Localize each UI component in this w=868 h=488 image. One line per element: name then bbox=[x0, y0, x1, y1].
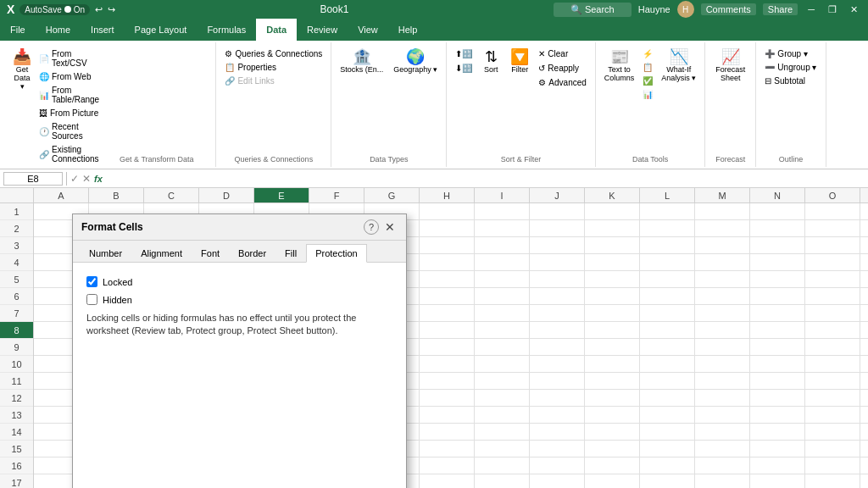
tab-insert[interactable]: Insert bbox=[81, 19, 125, 41]
cell-15-11[interactable] bbox=[585, 441, 640, 458]
cell-16-9[interactable] bbox=[475, 458, 530, 474]
cell-8-15[interactable] bbox=[805, 322, 860, 339]
cell-1-14[interactable] bbox=[750, 203, 805, 220]
tab-view[interactable]: View bbox=[348, 19, 388, 41]
cell-9-12[interactable] bbox=[640, 339, 695, 356]
row-num-7[interactable]: 7 bbox=[0, 305, 33, 322]
fx-label[interactable]: fx bbox=[94, 174, 103, 184]
cell-1-12[interactable] bbox=[640, 203, 695, 220]
cell-1-11[interactable] bbox=[585, 203, 640, 220]
cell-10-11[interactable] bbox=[585, 356, 640, 373]
row-num-17[interactable]: 17 bbox=[0, 474, 33, 488]
forecast-sheet-button[interactable]: 📈 ForecastSheet bbox=[712, 47, 748, 84]
cell-15-13[interactable] bbox=[695, 441, 750, 458]
cell-2-16[interactable] bbox=[860, 220, 868, 237]
cell-8-12[interactable] bbox=[640, 322, 695, 339]
cell-17-16[interactable] bbox=[860, 474, 868, 488]
row-num-16[interactable]: 16 bbox=[0, 458, 33, 474]
cell-2-13[interactable] bbox=[695, 220, 750, 237]
cell-6-14[interactable] bbox=[750, 288, 805, 305]
cell-1-16[interactable] bbox=[860, 203, 868, 220]
cell-8-16[interactable] bbox=[860, 322, 868, 339]
cell-12-13[interactable] bbox=[695, 390, 750, 407]
cell-10-13[interactable] bbox=[695, 356, 750, 373]
cell-9-14[interactable] bbox=[750, 339, 805, 356]
row-num-11[interactable]: 11 bbox=[0, 373, 33, 390]
cell-16-10[interactable] bbox=[530, 458, 585, 474]
from-web-button[interactable]: 🌐 From Web bbox=[36, 70, 103, 83]
cell-17-13[interactable] bbox=[695, 474, 750, 488]
cell-14-14[interactable] bbox=[750, 424, 805, 441]
cell-12-10[interactable] bbox=[530, 390, 585, 407]
dialog-tab-protection[interactable]: Protection bbox=[306, 244, 367, 263]
cell-4-14[interactable] bbox=[750, 254, 805, 271]
cell-9-11[interactable] bbox=[585, 339, 640, 356]
col-header-j[interactable]: J bbox=[530, 188, 585, 202]
cell-16-14[interactable] bbox=[750, 458, 805, 474]
cell-7-10[interactable] bbox=[530, 305, 585, 322]
tab-help[interactable]: Help bbox=[388, 19, 428, 41]
cell-2-10[interactable] bbox=[530, 220, 585, 237]
cell-14-8[interactable] bbox=[420, 424, 475, 441]
cell-5-8[interactable] bbox=[420, 271, 475, 288]
cell-16-15[interactable] bbox=[805, 458, 860, 474]
cell-3-13[interactable] bbox=[695, 237, 750, 254]
cell-15-9[interactable] bbox=[475, 441, 530, 458]
cell-17-8[interactable] bbox=[420, 474, 475, 488]
row-num-6[interactable]: 6 bbox=[0, 288, 33, 305]
get-data-button[interactable]: 📥 GetData ▾ bbox=[8, 47, 36, 92]
dialog-tab-font[interactable]: Font bbox=[192, 244, 229, 263]
cell-15-15[interactable] bbox=[805, 441, 860, 458]
col-header-p[interactable]: P bbox=[860, 188, 868, 202]
dialog-tab-fill[interactable]: Fill bbox=[275, 244, 306, 263]
tab-data[interactable]: Data bbox=[256, 19, 297, 41]
cell-5-9[interactable] bbox=[475, 271, 530, 288]
cell-4-11[interactable] bbox=[585, 254, 640, 271]
dialog-close-button[interactable]: ✕ bbox=[382, 219, 398, 235]
cell-14-11[interactable] bbox=[585, 424, 640, 441]
recent-sources-button[interactable]: 🕐 Recent Sources bbox=[36, 120, 103, 142]
dialog-help-button[interactable]: ? bbox=[364, 219, 379, 235]
row-num-10[interactable]: 10 bbox=[0, 356, 33, 373]
cell-12-16[interactable] bbox=[860, 390, 868, 407]
text-to-columns-button[interactable]: 📰 Text toColumns bbox=[601, 47, 638, 84]
cell-2-9[interactable] bbox=[475, 220, 530, 237]
row-num-12[interactable]: 12 bbox=[0, 390, 33, 407]
cell-15-8[interactable] bbox=[420, 441, 475, 458]
cell-9-8[interactable] bbox=[420, 339, 475, 356]
minimize-button[interactable]: ─ bbox=[804, 4, 818, 14]
consolidate-button[interactable]: 📊 bbox=[639, 88, 656, 101]
cell-13-10[interactable] bbox=[530, 407, 585, 424]
cell-9-9[interactable] bbox=[475, 339, 530, 356]
cell-8-13[interactable] bbox=[695, 322, 750, 339]
cell-10-16[interactable] bbox=[860, 356, 868, 373]
cell-3-11[interactable] bbox=[585, 237, 640, 254]
cell-1-15[interactable] bbox=[805, 203, 860, 220]
dialog-tab-alignment[interactable]: Alignment bbox=[131, 244, 192, 263]
cell-4-13[interactable] bbox=[695, 254, 750, 271]
cell-5-14[interactable] bbox=[750, 271, 805, 288]
cell-13-15[interactable] bbox=[805, 407, 860, 424]
cell-13-13[interactable] bbox=[695, 407, 750, 424]
cell-11-12[interactable] bbox=[640, 373, 695, 390]
geography-button[interactable]: 🌍 Geography ▾ bbox=[390, 47, 441, 75]
cell-3-12[interactable] bbox=[640, 237, 695, 254]
cell-14-16[interactable] bbox=[860, 424, 868, 441]
col-header-i[interactable]: I bbox=[475, 188, 530, 202]
cell-13-12[interactable] bbox=[640, 407, 695, 424]
row-num-4[interactable]: 4 bbox=[0, 254, 33, 271]
row-num-5[interactable]: 5 bbox=[0, 271, 33, 288]
cell-15-12[interactable] bbox=[640, 441, 695, 458]
cell-12-9[interactable] bbox=[475, 390, 530, 407]
cell-3-15[interactable] bbox=[805, 237, 860, 254]
cell-10-8[interactable] bbox=[420, 356, 475, 373]
cell-14-13[interactable] bbox=[695, 424, 750, 441]
cell-17-15[interactable] bbox=[805, 474, 860, 488]
cell-11-10[interactable] bbox=[530, 373, 585, 390]
cell-4-10[interactable] bbox=[530, 254, 585, 271]
cell-6-13[interactable] bbox=[695, 288, 750, 305]
col-header-n[interactable]: N bbox=[750, 188, 805, 202]
row-num-2[interactable]: 2 bbox=[0, 220, 33, 237]
cell-5-16[interactable] bbox=[860, 271, 868, 288]
cell-16-12[interactable] bbox=[640, 458, 695, 474]
